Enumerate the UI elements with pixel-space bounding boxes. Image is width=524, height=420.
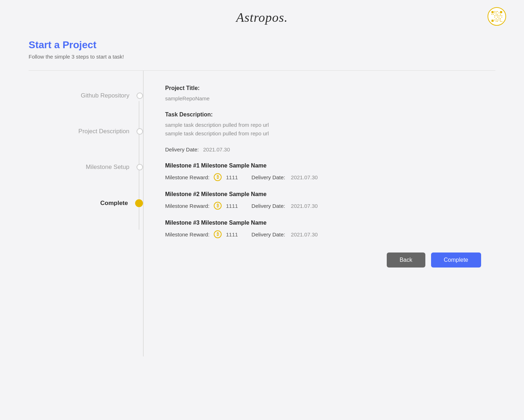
complete-button[interactable]: Complete — [431, 252, 481, 268]
logo: Astropos. — [236, 10, 288, 25]
project-title-group: Project Title: sampleRepoName — [165, 85, 481, 103]
svg-rect-8 — [494, 11, 495, 12]
svg-rect-27 — [499, 18, 499, 19]
svg-rect-14 — [497, 14, 498, 15]
svg-rect-29 — [496, 20, 496, 20]
milestone-1-reward-label: Milestone Reward: — [165, 174, 209, 180]
qr-icon — [491, 10, 503, 22]
svg-rect-33 — [496, 21, 496, 22]
milestone-3-block: Milestone #3 Milestone Sample Name Miles… — [165, 220, 481, 238]
back-button[interactable]: Back — [387, 252, 425, 268]
task-description-group: Task Description: sample task descriptio… — [165, 111, 481, 138]
steps-sidebar: Github Repository Project Description Mi… — [29, 71, 143, 356]
step-github-dot — [137, 92, 143, 99]
svg-rect-32 — [500, 20, 501, 20]
svg-rect-35 — [500, 21, 501, 22]
project-title-label: Project Title: — [165, 85, 481, 91]
svg-rect-13 — [499, 12, 499, 13]
svg-rect-6 — [491, 20, 494, 22]
svg-rect-21 — [501, 15, 502, 16]
page-title: Start a Project — [29, 39, 495, 51]
page-wrapper: Astropos. — [0, 0, 524, 420]
step-github-label: Github Repository — [81, 92, 129, 99]
svg-rect-31 — [499, 20, 499, 20]
milestone-1-title: Milestone #1 Milestone Sample Name — [165, 162, 481, 169]
task-description-line1: sample task description pulled from repo… — [165, 121, 481, 129]
delivery-date-row: Delivery Date: 2021.07.30 — [165, 146, 481, 152]
user-avatar-button[interactable] — [488, 7, 506, 26]
svg-rect-19 — [499, 15, 499, 16]
milestone-3-details: Milestone Reward: ₿ 1111 Delivery Date: … — [165, 230, 481, 238]
svg-rect-15 — [496, 14, 496, 15]
svg-rect-26 — [496, 18, 496, 19]
milestone-1-delivery-label: Delivery Date: — [252, 174, 285, 180]
step-complete-dot — [135, 199, 143, 207]
svg-rect-17 — [496, 15, 496, 16]
svg-rect-23 — [497, 17, 498, 18]
milestone-3-reward-label: Milestone Reward: — [165, 231, 209, 238]
svg-rect-20 — [500, 15, 501, 16]
step-description: Project Description — [29, 128, 143, 135]
step-milestone-dot — [137, 164, 143, 170]
button-row: Back Complete — [165, 252, 481, 268]
svg-rect-36 — [501, 21, 502, 22]
svg-rect-0 — [491, 11, 494, 13]
svg-rect-4 — [500, 11, 502, 13]
delivery-date-value: 2021.07.30 — [203, 146, 230, 152]
milestone-2-reward-label: Milestone Reward: — [165, 203, 209, 209]
coin-icon-3: ₿ — [214, 230, 222, 238]
step-description-dot — [137, 128, 143, 135]
milestone-1-amount: 1111 — [226, 174, 238, 180]
milestone-3-delivery-date: 2021.07.30 — [291, 231, 318, 238]
milestone-3-title: Milestone #3 Milestone Sample Name — [165, 220, 481, 226]
svg-rect-5 — [500, 14, 501, 15]
milestone-2-title: Milestone #2 Milestone Sample Name — [165, 191, 481, 198]
svg-rect-12 — [497, 11, 498, 12]
page-subtitle: Follow the simple 3 steps to start a tas… — [29, 54, 495, 60]
svg-rect-24 — [499, 17, 499, 18]
milestone-1-details: Milestone Reward: ₿ 1111 Delivery Date: … — [165, 173, 481, 181]
milestone-3-delivery-label: Delivery Date: — [252, 231, 285, 238]
svg-rect-34 — [497, 21, 498, 22]
svg-rect-1 — [491, 14, 492, 15]
svg-rect-10 — [494, 12, 495, 13]
content-area: Project Title: sampleRepoName Task Descr… — [143, 71, 495, 356]
project-title-value: sampleRepoName — [165, 94, 481, 103]
milestone-1-delivery-date: 2021.07.30 — [291, 174, 318, 180]
svg-rect-9 — [496, 11, 496, 12]
wizard-layout: Github Repository Project Description Mi… — [29, 71, 495, 356]
svg-rect-18 — [497, 15, 498, 16]
step-complete: Complete — [29, 199, 143, 207]
header: Astropos. — [0, 0, 524, 32]
svg-rect-11 — [496, 12, 496, 13]
coin-icon-1: ₿ — [214, 173, 222, 181]
step-github: Github Repository — [29, 92, 143, 99]
svg-rect-7 — [494, 20, 495, 20]
step-description-label: Project Description — [78, 128, 129, 135]
coin-icon-2: ₿ — [214, 202, 222, 210]
svg-rect-28 — [500, 18, 501, 19]
step-complete-label: Complete — [100, 200, 128, 207]
milestone-2-delivery-label: Delivery Date: — [252, 203, 285, 209]
svg-rect-16 — [494, 15, 495, 16]
svg-rect-22 — [494, 17, 495, 18]
milestone-1-block: Milestone #1 Milestone Sample Name Miles… — [165, 162, 481, 181]
milestone-2-block: Milestone #2 Milestone Sample Name Miles… — [165, 191, 481, 210]
svg-rect-25 — [501, 17, 502, 18]
svg-rect-2 — [493, 14, 494, 15]
step-milestone-label: Milestone Setup — [86, 164, 129, 171]
main-content: Start a Project Follow the simple 3 step… — [0, 32, 524, 371]
delivery-date-label: Delivery Date: — [165, 146, 199, 152]
task-description-label: Task Description: — [165, 111, 481, 118]
step-milestone: Milestone Setup — [29, 164, 143, 171]
task-description-line2: sample task description pulled from repo… — [165, 129, 481, 138]
svg-rect-30 — [497, 20, 498, 20]
milestone-2-delivery-date: 2021.07.30 — [291, 203, 318, 209]
milestone-3-amount: 1111 — [226, 231, 238, 238]
milestone-2-amount: 1111 — [226, 203, 238, 209]
milestone-2-details: Milestone Reward: ₿ 1111 Delivery Date: … — [165, 202, 481, 210]
